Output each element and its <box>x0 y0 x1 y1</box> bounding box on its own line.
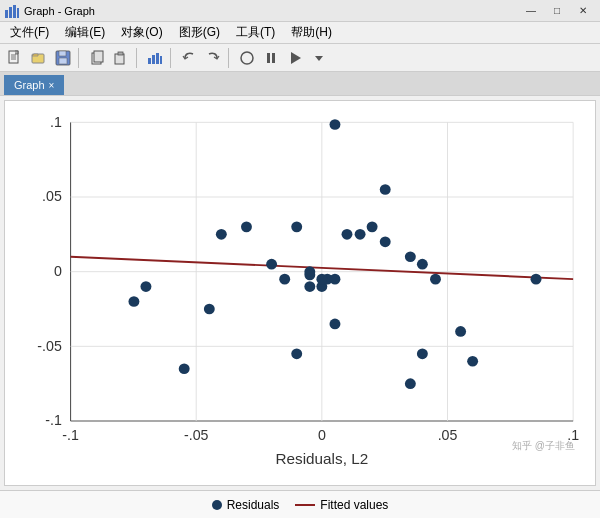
svg-point-57 <box>304 281 315 292</box>
circle-button[interactable] <box>236 47 258 69</box>
svg-rect-19 <box>160 56 162 64</box>
svg-point-51 <box>204 304 215 315</box>
tab-bar: Graph × <box>0 72 600 96</box>
menu-file[interactable]: 文件(F) <box>2 22 57 43</box>
graph-tab[interactable]: Graph × <box>4 75 64 95</box>
svg-point-71 <box>405 251 416 262</box>
svg-point-60 <box>291 222 302 233</box>
graph-container[interactable]: .1 .05 0 -.05 -.1 -.1 -.05 0 .05 .1 Resi… <box>4 100 596 486</box>
svg-text:.05: .05 <box>42 188 62 204</box>
svg-point-73 <box>430 274 441 285</box>
svg-point-53 <box>128 296 139 307</box>
svg-point-74 <box>455 326 466 337</box>
svg-point-79 <box>531 274 542 285</box>
svg-text:.05: .05 <box>438 427 458 443</box>
svg-point-76 <box>405 378 416 389</box>
maximize-button[interactable]: □ <box>544 1 570 21</box>
svg-point-78 <box>291 348 302 359</box>
residuals-label: Residuals <box>227 498 280 512</box>
svg-rect-22 <box>272 53 275 63</box>
svg-rect-11 <box>59 58 67 64</box>
svg-rect-17 <box>152 55 155 64</box>
menu-graph[interactable]: 图形(G) <box>171 22 228 43</box>
svg-rect-21 <box>267 53 270 63</box>
fitted-label: Fitted values <box>320 498 388 512</box>
svg-point-70 <box>304 270 315 281</box>
pause-button[interactable] <box>260 47 282 69</box>
toolbar <box>0 44 600 72</box>
undo-button[interactable] <box>178 47 200 69</box>
svg-rect-10 <box>59 51 66 56</box>
fitted-line-swatch <box>295 504 315 506</box>
svg-text:0: 0 <box>318 427 326 443</box>
svg-text:-.1: -.1 <box>62 427 79 443</box>
toolbar-sep-1 <box>78 48 82 68</box>
svg-point-69 <box>316 274 327 285</box>
menu-object[interactable]: 对象(O) <box>113 22 170 43</box>
svg-point-63 <box>342 229 353 240</box>
svg-point-49 <box>330 119 341 130</box>
title-bar: Graph - Graph — □ ✕ <box>0 0 600 22</box>
svg-text:.1: .1 <box>567 427 579 443</box>
svg-point-20 <box>241 52 253 64</box>
save-button[interactable] <box>52 47 74 69</box>
tab-close-button[interactable]: × <box>49 80 55 91</box>
toolbar-sep-2 <box>136 48 140 68</box>
svg-text:-.05: -.05 <box>184 427 209 443</box>
svg-point-75 <box>467 356 478 367</box>
residuals-legend: Residuals <box>212 498 280 512</box>
redo-button[interactable] <box>202 47 224 69</box>
new-button[interactable] <box>4 47 26 69</box>
svg-point-80 <box>330 319 341 330</box>
svg-rect-0 <box>5 10 8 18</box>
svg-point-62 <box>216 229 227 240</box>
app-icon <box>4 3 20 19</box>
svg-point-54 <box>140 281 151 292</box>
svg-rect-1 <box>9 7 12 18</box>
svg-text:Residuals, L2: Residuals, L2 <box>276 450 369 467</box>
svg-point-66 <box>380 236 391 247</box>
copy-button[interactable] <box>86 47 108 69</box>
svg-text:-.05: -.05 <box>37 338 62 354</box>
window-title: Graph - Graph <box>24 5 95 17</box>
svg-point-50 <box>380 184 391 195</box>
play-button[interactable] <box>284 47 306 69</box>
fitted-legend: Fitted values <box>295 498 388 512</box>
chart-button[interactable] <box>144 47 166 69</box>
svg-marker-23 <box>291 52 301 64</box>
svg-rect-16 <box>148 58 151 64</box>
close-button[interactable]: ✕ <box>570 1 596 21</box>
residuals-dot <box>212 500 222 510</box>
menu-help[interactable]: 帮助(H) <box>283 22 340 43</box>
menu-edit[interactable]: 编辑(E) <box>57 22 113 43</box>
svg-rect-13 <box>94 51 103 62</box>
toolbar-sep-3 <box>170 48 174 68</box>
minimize-button[interactable]: — <box>518 1 544 21</box>
svg-rect-3 <box>17 8 19 18</box>
svg-rect-25 <box>5 101 595 485</box>
svg-text:0: 0 <box>54 263 62 279</box>
menu-tools[interactable]: 工具(T) <box>228 22 283 43</box>
window-controls[interactable]: — □ ✕ <box>518 1 596 21</box>
menu-bar: 文件(F) 编辑(E) 对象(O) 图形(G) 工具(T) 帮助(H) <box>0 22 600 44</box>
content-area: .1 .05 0 -.05 -.1 -.1 -.05 0 .05 .1 Resi… <box>0 96 600 518</box>
open-button[interactable] <box>28 47 50 69</box>
dropdown-button[interactable] <box>308 47 330 69</box>
scatter-plot: .1 .05 0 -.05 -.1 -.1 -.05 0 .05 .1 Resi… <box>5 101 595 485</box>
svg-rect-15 <box>118 52 123 55</box>
svg-point-72 <box>417 259 428 270</box>
svg-point-64 <box>355 229 366 240</box>
svg-rect-18 <box>156 53 159 64</box>
legend-bar: Residuals Fitted values <box>0 490 600 518</box>
svg-rect-2 <box>13 5 16 18</box>
svg-point-52 <box>179 363 190 374</box>
svg-point-56 <box>279 274 290 285</box>
svg-text:.1: .1 <box>50 114 62 130</box>
paste-button[interactable] <box>110 47 132 69</box>
svg-marker-24 <box>315 56 323 61</box>
svg-point-77 <box>417 348 428 359</box>
svg-rect-14 <box>115 54 124 64</box>
svg-point-55 <box>266 259 277 270</box>
svg-point-65 <box>367 222 378 233</box>
tab-label: Graph <box>14 79 45 91</box>
